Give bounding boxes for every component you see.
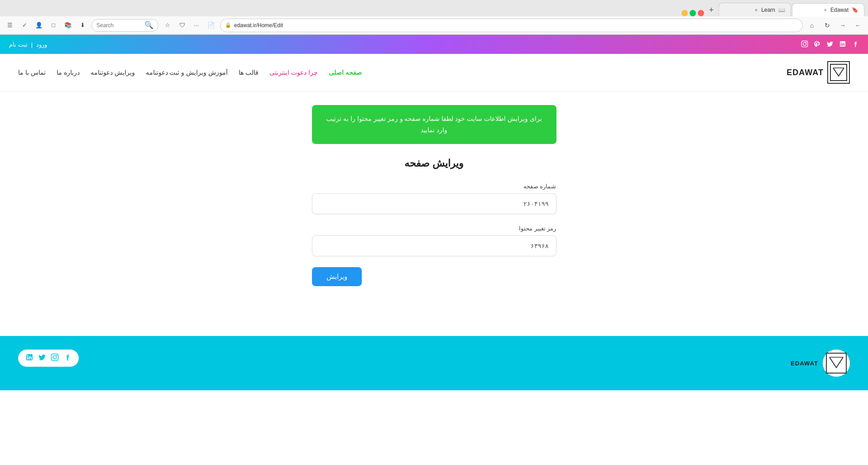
nav-item-contact[interactable]: تماس با ما xyxy=(18,69,46,76)
footer-facebook-icon[interactable] xyxy=(63,353,72,363)
browser-search-box[interactable]: 🔍 xyxy=(91,19,158,32)
instagram-icon[interactable] xyxy=(801,40,808,49)
lock-icon: 🔒 xyxy=(225,22,231,28)
window-controls xyxy=(681,10,704,16)
star-icon[interactable]: ☆ xyxy=(161,19,174,32)
svg-point-7 xyxy=(56,355,57,356)
social-icons-bar xyxy=(801,40,859,49)
footer-logo-area: EDAWAT xyxy=(791,350,850,377)
footer-logo-text: EDAWAT xyxy=(791,360,818,367)
nav-item-learn[interactable]: آموزش ویرایش و ثبت دعوتنامه xyxy=(146,69,228,76)
toolbar-right-icons: ⬇ 📚 □ 👤 ✓ ☰ xyxy=(4,19,89,32)
form-actions: ویرایش xyxy=(312,267,556,286)
form-group-password: رمز تغییر محتوا xyxy=(312,225,556,256)
site-footer: EDAWAT xyxy=(0,336,868,390)
browser-toolbar: ← → ↻ ⌂ 🔒 edawat.ir/Home/Edit 📄 ··· 🛡 ☆ … xyxy=(0,16,868,34)
forward-button[interactable]: → xyxy=(836,19,849,32)
profile-icon[interactable]: 👤 xyxy=(33,19,45,32)
address-text: edawat.ir/Home/Edit xyxy=(234,22,283,29)
minimize-button[interactable] xyxy=(681,10,688,16)
back-button[interactable]: ← xyxy=(852,19,864,32)
new-tab-button[interactable]: + xyxy=(705,4,718,16)
footer-twitter-icon[interactable] xyxy=(38,353,46,363)
browser-tab-learn[interactable]: 📖 Learn × xyxy=(719,3,791,16)
form-container: شماره صفحه رمز تغییر محتوا ویرایش xyxy=(312,183,556,286)
maximize-button[interactable] xyxy=(690,10,696,16)
main-content: برای ویرایش اطلاعات سایت خود لطفا شماره … xyxy=(0,91,868,300)
browser-tab-edawat[interactable]: 🔖 Edawat × xyxy=(792,3,864,17)
footer-content: EDAWAT xyxy=(18,350,850,377)
toolbar-icons: 📄 ··· 🛡 ☆ xyxy=(161,19,217,32)
menu-icon[interactable]: ☰ xyxy=(4,19,16,32)
login-link[interactable]: ورود xyxy=(36,41,47,48)
info-box-text: برای ویرایش اطلاعات سایت خود لطفا شماره … xyxy=(326,115,542,134)
main-nav: صفحه اصلی چرا دعوت اینترنتی قالب ها آموز… xyxy=(18,68,362,77)
content-password-label: رمز تغییر محتوا xyxy=(312,225,556,232)
nav-item-home[interactable]: صفحه اصلی xyxy=(329,69,362,76)
submit-button[interactable]: ویرایش xyxy=(312,267,362,286)
nav-item-templates[interactable]: قالب ها xyxy=(239,69,259,76)
svg-rect-4 xyxy=(826,353,846,373)
content-password-input[interactable] xyxy=(312,235,556,256)
form-group-page-number: شماره صفحه xyxy=(312,183,556,214)
logo-area: EDAWAT xyxy=(786,61,850,84)
linkedin-icon[interactable] xyxy=(839,40,846,49)
facebook-icon[interactable] xyxy=(852,40,859,49)
page-number-label: شماره صفحه xyxy=(312,183,556,190)
sidebar-icon[interactable]: □ xyxy=(47,19,60,32)
svg-point-6 xyxy=(53,356,57,360)
footer-social-icons xyxy=(18,350,79,367)
info-box: برای ویرایش اطلاعات سایت خود لطفا شماره … xyxy=(312,105,556,144)
shield-icon[interactable]: 🛡 xyxy=(176,19,188,32)
page-number-input[interactable] xyxy=(312,193,556,214)
svg-rect-5 xyxy=(52,354,58,361)
download-icon[interactable]: ⬇ xyxy=(76,19,89,32)
top-bar: ورود | ثبت نام xyxy=(0,35,868,54)
login-separator: | xyxy=(31,41,33,48)
logo-text: EDAWAT xyxy=(786,68,824,77)
svg-rect-0 xyxy=(801,41,807,47)
tab-favicon-learn: 📖 xyxy=(779,7,785,13)
tab-label-learn: Learn xyxy=(761,7,775,13)
pinterest-icon[interactable] xyxy=(814,40,821,49)
browser-tab-row: 🔖 Edawat × 📖 Learn × + xyxy=(0,0,868,16)
browser-chrome: 🔖 Edawat × 📖 Learn × + ← → ↻ ⌂ 🔒 edawat.… xyxy=(0,0,868,35)
svg-point-2 xyxy=(806,42,807,43)
site-wrapper: ورود | ثبت نام EDAWAT صفحه اصلی چرا دعوت… xyxy=(0,35,868,390)
more-options-icon[interactable]: ··· xyxy=(190,19,203,32)
register-link[interactable]: ثبت نام xyxy=(9,41,28,48)
nav-item-why[interactable]: چرا دعوت اینترنتی xyxy=(269,69,318,76)
svg-rect-3 xyxy=(830,64,847,81)
page-title: ویرایش صفحه xyxy=(18,158,850,169)
refresh-button[interactable]: ↻ xyxy=(821,19,834,32)
nav-item-about[interactable]: درباره ما xyxy=(57,69,80,76)
nav-item-edit[interactable]: ویرایش دعوتنامه xyxy=(91,69,135,76)
tab-label-edawat: Edawat xyxy=(830,7,849,13)
footer-logo-box xyxy=(823,350,850,377)
logo-box xyxy=(827,61,850,84)
tab-close-edawat[interactable]: × xyxy=(824,7,827,13)
close-button[interactable] xyxy=(698,10,704,16)
svg-point-1 xyxy=(803,42,806,45)
top-bar-login: ورود | ثبت نام xyxy=(9,41,47,48)
address-bar[interactable]: 🔒 edawat.ir/Home/Edit xyxy=(220,19,803,32)
footer-instagram-icon[interactable] xyxy=(51,353,59,363)
home-button[interactable]: ⌂ xyxy=(806,19,818,32)
search-icon: 🔍 xyxy=(144,21,153,29)
library-icon[interactable]: 📚 xyxy=(62,19,74,32)
tab-favicon-edawat: 🔖 xyxy=(852,7,858,13)
sync-icon[interactable]: ✓ xyxy=(18,19,31,32)
site-header: EDAWAT صفحه اصلی چرا دعوت اینترنتی قالب … xyxy=(0,54,868,91)
footer-linkedin-icon[interactable] xyxy=(25,353,34,363)
tab-close-learn[interactable]: × xyxy=(755,7,758,13)
bookmark-icon[interactable]: 📄 xyxy=(205,19,217,32)
browser-search-input[interactable] xyxy=(96,22,142,29)
twitter-icon[interactable] xyxy=(826,40,834,49)
